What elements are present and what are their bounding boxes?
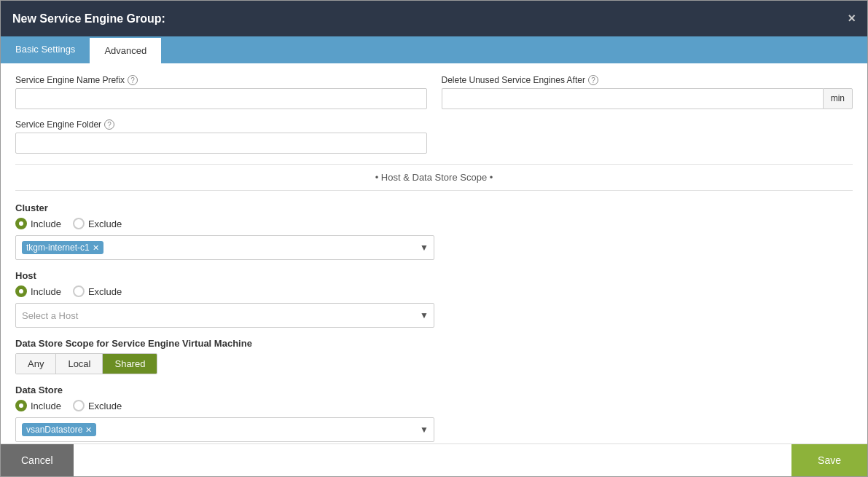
modal-footer: Cancel Save bbox=[1, 444, 867, 476]
cluster-include-option[interactable]: Include bbox=[15, 218, 61, 229]
service-engine-folder-label: Service Engine Folder ? bbox=[15, 119, 427, 130]
datastore-dropdown[interactable]: vsanDatastore ✕ ▼ bbox=[15, 417, 434, 442]
delete-unused-unit: min bbox=[823, 88, 853, 109]
datastore-scope-button-group: Any Local Shared bbox=[15, 353, 157, 374]
cluster-dropdown-field[interactable]: tkgm-internet-c1 ✕ bbox=[15, 235, 434, 260]
host-dropdown[interactable]: Select a Host ▼ bbox=[15, 303, 434, 328]
datastore-exclude-option[interactable]: Exclude bbox=[73, 400, 122, 411]
datastore-exclude-radio[interactable] bbox=[73, 400, 85, 411]
datastore-dropdown-field[interactable]: vsanDatastore ✕ bbox=[15, 417, 434, 442]
service-engine-name-prefix-input[interactable]: TanzuMgmtSE bbox=[15, 88, 427, 109]
host-placeholder: Select a Host bbox=[22, 310, 78, 321]
cluster-tag: tkgm-internet-c1 ✕ bbox=[22, 241, 103, 254]
datastore-label: Data Store bbox=[15, 385, 853, 395]
close-icon[interactable]: × bbox=[848, 11, 856, 26]
cluster-tag-remove[interactable]: ✕ bbox=[93, 243, 99, 253]
host-label: Host bbox=[15, 270, 853, 281]
datastore-include-option[interactable]: Include bbox=[15, 400, 61, 411]
host-exclude-radio[interactable] bbox=[73, 285, 85, 297]
datastore-tag-remove[interactable]: ✕ bbox=[85, 425, 92, 435]
service-engine-name-prefix-label: Service Engine Name Prefix ? bbox=[15, 75, 427, 85]
delete-unused-label: Delete Unused Service Engines After ? bbox=[442, 75, 853, 85]
tab-bar: Basic Settings Advanced bbox=[1, 36, 867, 63]
cluster-include-radio[interactable] bbox=[15, 218, 27, 229]
host-datastore-scope-divider: • Host & Data Store Scope • bbox=[15, 164, 853, 191]
cluster-exclude-radio[interactable] bbox=[73, 218, 85, 229]
cluster-section: Cluster Include Exclude tkgm-internet-c1 bbox=[15, 202, 853, 260]
cluster-radio-group: Include Exclude bbox=[15, 218, 853, 229]
delete-unused-help-icon[interactable]: ? bbox=[588, 75, 598, 85]
datastore-any-button[interactable]: Any bbox=[16, 354, 56, 374]
datastore-radio-group: Include Exclude bbox=[15, 400, 853, 411]
delete-unused-input[interactable]: 120 bbox=[442, 88, 823, 109]
service-engine-folder-help-icon[interactable]: ? bbox=[104, 119, 114, 130]
name-prefix-help-icon[interactable]: ? bbox=[128, 75, 138, 85]
datastore-scope-section: Data Store Scope for Service Engine Virt… bbox=[15, 338, 853, 374]
service-engine-folder-input[interactable]: Tanzu-mgmt-SE bbox=[15, 133, 427, 154]
host-section: Host Include Exclude Select a Host bbox=[15, 270, 853, 328]
host-dropdown-field[interactable]: Select a Host bbox=[15, 303, 434, 328]
datastore-shared-button[interactable]: Shared bbox=[103, 354, 157, 374]
datastore-section: Data Store Include Exclude vsanDatastore bbox=[15, 385, 853, 442]
host-exclude-option[interactable]: Exclude bbox=[73, 285, 122, 297]
datastore-local-button[interactable]: Local bbox=[56, 354, 103, 374]
modal-title: New Service Engine Group: bbox=[12, 12, 165, 25]
cancel-button[interactable]: Cancel bbox=[1, 444, 74, 476]
datastore-include-radio[interactable] bbox=[15, 400, 27, 411]
host-radio-group: Include Exclude bbox=[15, 285, 853, 297]
tab-basic-settings[interactable]: Basic Settings bbox=[1, 36, 90, 63]
cluster-label: Cluster bbox=[15, 202, 853, 213]
datastore-scope-label: Data Store Scope for Service Engine Virt… bbox=[15, 338, 853, 349]
host-include-option[interactable]: Include bbox=[15, 285, 61, 297]
save-button[interactable]: Save bbox=[791, 444, 867, 476]
cluster-dropdown[interactable]: tkgm-internet-c1 ✕ ▼ bbox=[15, 235, 434, 260]
modal-body: Service Engine Name Prefix ? TanzuMgmtSE… bbox=[1, 63, 867, 444]
host-include-radio[interactable] bbox=[15, 285, 27, 297]
datastore-tag: vsanDatastore ✕ bbox=[22, 423, 96, 436]
modal-header: New Service Engine Group: × bbox=[1, 1, 867, 36]
cluster-exclude-option[interactable]: Exclude bbox=[73, 218, 122, 229]
tab-advanced[interactable]: Advanced bbox=[90, 36, 161, 63]
